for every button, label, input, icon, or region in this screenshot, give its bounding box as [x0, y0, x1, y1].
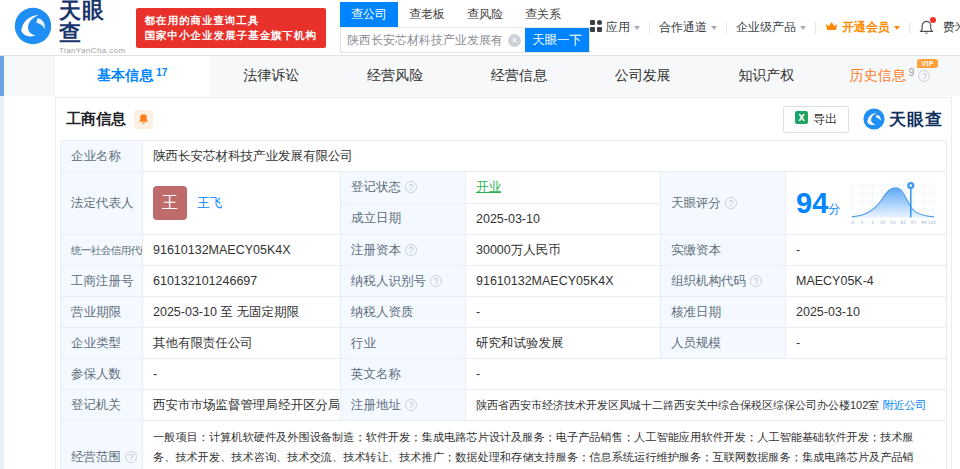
tab-development[interactable]: 公司发展	[581, 56, 705, 96]
nearby-companies-link[interactable]: 附近公司	[882, 399, 926, 411]
score-unit: 分	[828, 202, 840, 216]
tab-operation[interactable]: 经营信息	[457, 56, 581, 96]
crown-icon	[825, 21, 838, 35]
staff-size-value: -	[786, 328, 947, 359]
tianyancha-logo-icon	[14, 7, 52, 49]
nav-cooperation-label: 合作通道	[659, 19, 707, 36]
tab-legal-label: 法律诉讼	[244, 67, 300, 85]
search-tab-relation[interactable]: 查关系	[514, 2, 572, 27]
field-label: 组织机构代码?	[661, 266, 786, 297]
search-tab-boss[interactable]: 查老板	[398, 2, 456, 27]
nav-cooperation[interactable]: 合作通道	[659, 19, 717, 36]
help-icon[interactable]: ?	[430, 275, 442, 287]
svg-text:100: 100	[928, 220, 936, 225]
table-row: 工商注册号 610132101246697 纳税人识别号? 91610132MA…	[61, 266, 947, 297]
business-info-table: 企业名称 陕西长安芯材科技产业发展有限公司 法定代表人 王 王飞 登记状态? 开…	[60, 140, 947, 469]
help-icon[interactable]: ?	[405, 181, 417, 193]
tab-ip[interactable]: 知识产权	[705, 56, 829, 96]
watermark-logo-icon	[863, 108, 885, 130]
chevron-down-icon	[711, 26, 717, 30]
divider	[815, 22, 816, 34]
section-title: 工商信息	[66, 110, 126, 129]
field-label: 核准日期	[661, 297, 786, 328]
field-label: 行业	[341, 328, 466, 359]
notification-bell[interactable]	[919, 20, 934, 35]
divider	[649, 22, 650, 34]
export-button[interactable]: X 导出	[783, 106, 849, 133]
search-tab-risk[interactable]: 查风险	[456, 2, 514, 27]
status-open-link[interactable]: 开业	[476, 180, 501, 194]
tianyancha-logo[interactable]: 天眼查 TianYanCha.com	[14, 0, 126, 55]
svg-text:15: 15	[880, 220, 886, 225]
org-code-label: 组织机构代码	[671, 274, 746, 288]
promo-line2: 国家中小企业发展子基金旗下机构	[145, 28, 318, 43]
field-label: 纳税人识别号?	[341, 266, 466, 297]
field-label: 企业名称	[61, 141, 143, 172]
company-type-value: 其他有限责任公司	[143, 328, 341, 359]
svg-text:85: 85	[901, 220, 907, 225]
tab-history-label: 历史信息	[850, 67, 906, 85]
help-icon[interactable]: ?	[405, 244, 417, 256]
top-nav: 应用 合作通道 企业级产品 开通会员	[590, 19, 960, 36]
help-icon[interactable]: ?	[405, 399, 417, 411]
tab-basic-info[interactable]: 基本信息 17	[55, 56, 210, 96]
reg-capital-label: 注册资本	[351, 243, 401, 257]
establish-date-value: 2025-03-10	[466, 203, 661, 235]
svg-text:X: X	[798, 113, 805, 123]
chevron-down-icon	[894, 26, 900, 30]
field-label: 注册资本?	[341, 235, 466, 266]
tab-basic-label: 基本信息	[97, 67, 153, 85]
clear-icon[interactable]: ×	[508, 34, 521, 47]
score-value: 94	[796, 187, 828, 219]
search-tab-company[interactable]: 查公司	[340, 2, 398, 27]
tab-development-label: 公司发展	[615, 67, 671, 85]
divider	[726, 22, 727, 34]
table-row: 参保人数 - 英文名称 -	[61, 359, 947, 390]
field-label: 营业期限	[61, 297, 143, 328]
excel-icon: X	[795, 111, 808, 127]
reg-address-text: 陕西省西安市经济技术开发区凤城十二路西安关中综合保税区综保公司办公楼102室	[476, 399, 879, 411]
nav-enterprise[interactable]: 企业级产品	[736, 19, 806, 36]
field-label: 统一社会信用代码?	[61, 235, 143, 266]
nav-user-label: 费米	[943, 19, 960, 36]
subscribe-bell-icon[interactable]	[134, 110, 153, 129]
help-icon[interactable]: ?	[125, 451, 137, 463]
field-label: 实缴资本	[661, 235, 786, 266]
table-row: 统一社会信用代码? 91610132MAECY05K4X 注册资本? 30000…	[61, 235, 947, 266]
reg-status-label: 登记状态	[351, 180, 401, 194]
avatar[interactable]: 王	[153, 186, 187, 220]
help-icon[interactable]: ?	[750, 275, 762, 287]
svg-text:99: 99	[921, 220, 927, 225]
table-row: 企业名称 陕西长安芯材科技产业发展有限公司	[61, 141, 947, 172]
chevron-down-icon	[634, 26, 640, 30]
reg-capital-value: 30000万人民币	[466, 235, 661, 266]
search-input[interactable]	[341, 28, 508, 52]
nav-open-vip[interactable]: 开通会员	[825, 19, 900, 36]
divider	[909, 22, 910, 34]
help-icon[interactable]: ?	[725, 197, 737, 209]
search-button[interactable]: 天眼一下	[525, 28, 589, 52]
legal-rep-link[interactable]: 王飞	[197, 195, 222, 212]
nav-open-vip-label: 开通会员	[842, 19, 890, 36]
business-term-value: 2025-03-10 至 无固定期限	[143, 297, 341, 328]
reg-status-value: 开业	[466, 172, 661, 204]
side-accent-strip	[0, 56, 4, 96]
english-name-value: -	[466, 359, 947, 390]
table-row: 企业类型 其他有限责任公司 行业 研究和试验发展 人员规模 -	[61, 328, 947, 359]
field-label: 企业类型	[61, 328, 143, 359]
field-label: 经营范围?	[61, 421, 143, 469]
business-scope-label: 经营范围	[71, 450, 121, 464]
tab-legal[interactable]: 法律诉讼	[210, 56, 334, 96]
field-label: 登记机关	[61, 390, 143, 421]
nav-user[interactable]: 费米	[943, 19, 960, 36]
help-icon[interactable]: ?	[918, 70, 930, 82]
table-row: 营业期限 2025-03-10 至 无固定期限 纳税人资质 - 核准日期 202…	[61, 297, 947, 328]
reg-number-value: 610132101246697	[143, 266, 341, 297]
tab-risk[interactable]: 经营风险	[333, 56, 457, 96]
chevron-down-icon	[800, 26, 806, 30]
tab-history[interactable]: VIP 历史信息 9 ?	[828, 56, 952, 96]
tab-history-count: 9	[909, 67, 915, 78]
svg-text:50: 50	[890, 220, 896, 225]
nav-apps[interactable]: 应用	[590, 19, 640, 36]
logo-title: 天眼查	[59, 0, 126, 44]
